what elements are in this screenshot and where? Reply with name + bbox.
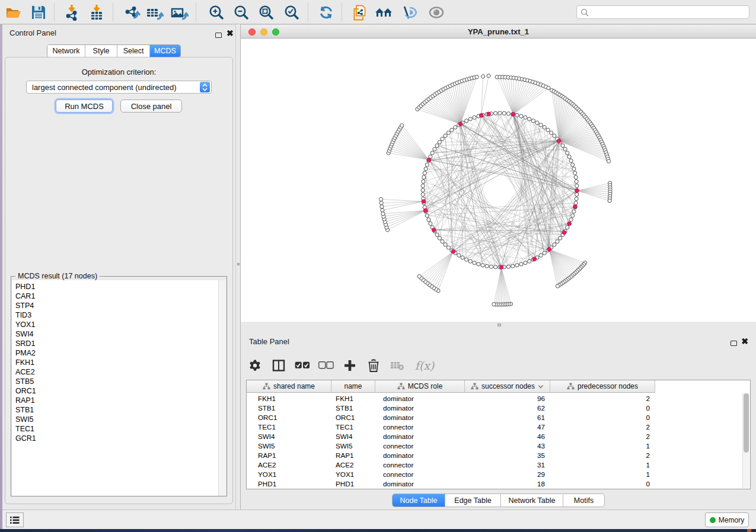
memory-button[interactable]: Memory (705, 512, 749, 527)
select-all-icon[interactable] (294, 357, 311, 374)
cell-name: ORC1 (331, 412, 375, 422)
mcds-result-group: MCDS result (17 nodes) PHD1CAR1STP4TID3Y… (11, 276, 227, 496)
mcds-result-item[interactable]: YOX1 (15, 320, 219, 329)
table-row-RAP1[interactable]: RAP1RAP1dominator352 (247, 450, 745, 460)
clone-network-icon[interactable] (350, 4, 368, 21)
horizontal-splitter-grip[interactable] (497, 323, 501, 326)
column-header-name[interactable]: name (331, 380, 375, 392)
cell-shared-name: FKH1 (247, 393, 331, 403)
node-table[interactable]: shared namenameMCDS rolesuccessor nodesp… (246, 380, 751, 489)
mcds-result-item[interactable]: PMA2 (15, 348, 219, 358)
cell-MCDS-role: dominator (375, 403, 465, 412)
add-column-icon[interactable] (342, 357, 358, 374)
tab-style[interactable]: Style (85, 45, 117, 57)
close-panel-icon[interactable]: ✖ (227, 30, 234, 36)
zoom-selected-icon[interactable] (283, 4, 301, 21)
tab-motifs[interactable]: Motifs (563, 494, 604, 507)
table-scrollbar[interactable] (742, 393, 749, 488)
mcds-result-item[interactable]: SRD1 (15, 339, 219, 348)
mcds-result-item[interactable]: RAP1 (15, 396, 219, 405)
zoom-out-icon[interactable] (232, 4, 250, 21)
mcds-result-item[interactable]: ORC1 (15, 386, 219, 396)
mcds-result-item[interactable]: CAR1 (15, 291, 219, 301)
table-row-PHD1[interactable]: PHD1PHD1dominator180 (247, 479, 745, 488)
table-row-STB1[interactable]: STB1STB1dominator620 (247, 403, 745, 412)
run-mcds-button[interactable]: Run MCDS (56, 100, 113, 113)
mcds-result-item[interactable]: ACE2 (15, 367, 219, 377)
table-header: shared namenameMCDS rolesuccessor nodesp… (247, 380, 655, 393)
delete-table-icon (389, 357, 406, 374)
memory-status-icon (710, 517, 716, 523)
export-image-icon[interactable] (171, 4, 189, 21)
mcds-result-item[interactable]: FKH1 (15, 358, 219, 367)
mcds-result-item[interactable]: TID3 (15, 310, 219, 320)
tab-edge-table[interactable]: Edge Table (445, 494, 501, 507)
tab-network-table[interactable]: Network Table (501, 494, 563, 507)
table-row-ACE2[interactable]: ACE2ACE2connector311 (247, 460, 745, 469)
cell-MCDS-role: dominator (375, 450, 465, 460)
sort-chevron-icon (538, 384, 544, 389)
optimization-criterion-label: Optimization criterion: (5, 68, 233, 76)
refresh-layout-icon[interactable] (317, 4, 335, 21)
column-header-successor-nodes[interactable]: successor nodes (465, 380, 550, 392)
table-row-SWI5[interactable]: SWI5SWI5connector431 (247, 441, 745, 450)
zoom-fit-icon[interactable] (257, 4, 275, 21)
tab-select[interactable]: Select (117, 45, 150, 57)
shared-column-icon (397, 383, 405, 390)
mcds-result-item[interactable]: STB5 (15, 377, 219, 386)
table-row-YOX1[interactable]: YOX1YOX1connector291 (247, 469, 745, 479)
cell-shared-name: TEC1 (247, 422, 331, 431)
criterion-select[interactable]: largest connected component (undirected) (26, 81, 212, 94)
table-row-SWI4[interactable]: SWI4SWI4dominator462 (247, 431, 745, 441)
float-panel-icon[interactable] (215, 30, 222, 40)
column-header-MCDS-role[interactable]: MCDS role (375, 380, 465, 392)
table-row-TEC1[interactable]: TEC1TEC1connector472 (247, 422, 745, 431)
tab-mcds[interactable]: MCDS (150, 45, 180, 57)
cell-name: PHD1 (331, 479, 375, 488)
mcds-result-list[interactable]: PHD1CAR1STP4TID3YOX1SWI4SRD1PMA2FKH1ACE2… (12, 280, 219, 496)
tab-network[interactable]: Network (47, 45, 85, 57)
close-table-panel-icon[interactable]: ✖ (741, 338, 748, 344)
mcds-result-item[interactable]: GCR1 (15, 434, 219, 443)
table-row-ORC1[interactable]: ORC1ORC1dominator610 (247, 412, 745, 422)
mcds-result-item[interactable]: STB1 (15, 405, 219, 415)
hide-panel-icon[interactable] (401, 4, 419, 21)
table-options-icon[interactable] (247, 357, 263, 374)
cell-successor-nodes: 61 (465, 412, 550, 422)
cell-shared-name: YOX1 (247, 469, 331, 479)
mcds-result-item[interactable]: STP4 (15, 301, 219, 310)
close-panel-button[interactable]: Close panel (120, 100, 182, 113)
cell-predecessor-nodes: 1 (550, 469, 655, 479)
cell-MCDS-role: connector (375, 441, 465, 450)
zoom-in-icon[interactable] (208, 4, 225, 21)
float-table-panel-icon[interactable] (731, 338, 737, 348)
open-file-icon[interactable] (5, 4, 23, 21)
table-row-FKH1[interactable]: FKH1FKH1dominator962 (247, 393, 745, 403)
task-history-button[interactable] (6, 512, 24, 527)
save-session-icon[interactable] (30, 4, 47, 21)
mcds-list-scrollbar[interactable] (218, 280, 226, 496)
import-table-icon[interactable] (88, 4, 106, 21)
search-input[interactable] (576, 5, 749, 19)
column-header-shared-name[interactable]: shared name (247, 380, 331, 392)
network-manager-icon[interactable] (375, 4, 393, 21)
cell-predecessor-nodes: 2 (550, 431, 655, 441)
column-header-predecessor-nodes[interactable]: predecessor nodes (550, 380, 655, 392)
mcds-result-item[interactable]: PHD1 (15, 282, 219, 291)
import-network-icon[interactable] (63, 4, 81, 21)
panel-mode-icon[interactable] (270, 357, 287, 374)
cell-predecessor-nodes: 0 (550, 412, 655, 422)
table-scrollbar-thumb[interactable] (744, 393, 749, 453)
delete-column-icon[interactable] (365, 357, 382, 374)
mcds-result-item[interactable]: SWI5 (15, 415, 219, 424)
cell-shared-name: ACE2 (247, 460, 331, 469)
export-table-icon[interactable] (146, 4, 164, 21)
vertical-splitter[interactable] (235, 24, 241, 509)
network-view[interactable] (241, 39, 756, 322)
tab-node-table[interactable]: Node Table (393, 494, 445, 507)
mcds-result-item[interactable]: TEC1 (15, 424, 219, 434)
deselect-all-icon[interactable] (318, 357, 334, 374)
cell-name: SWI5 (331, 441, 375, 450)
mcds-result-item[interactable]: SWI4 (15, 329, 219, 339)
export-network-icon[interactable] (123, 4, 141, 21)
